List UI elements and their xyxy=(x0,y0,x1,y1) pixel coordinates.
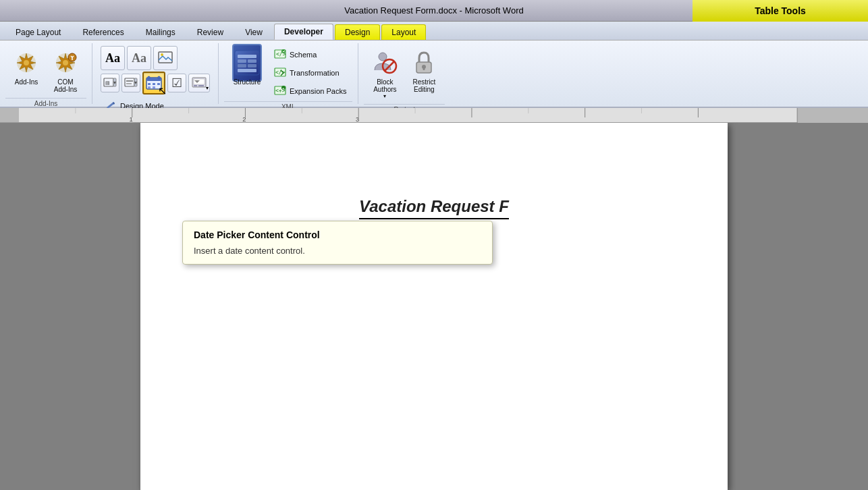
schema-label: Schema xyxy=(290,51,317,59)
svg-text:2: 2 xyxy=(242,116,246,123)
ruler: 1 2 3 xyxy=(0,108,868,123)
group-xml: Structure </> xyxy=(219,43,358,104)
window-title: Vacation Request Form.docx - Microsoft W… xyxy=(344,5,523,16)
ribbon-area: Page Layout References Mailings Review V… xyxy=(0,22,868,108)
tooltip-box: Date Picker Content Control Insert a dat… xyxy=(182,221,493,265)
tab-design[interactable]: Design xyxy=(335,24,380,40)
svg-point-55 xyxy=(379,53,387,61)
ruler-left-margin xyxy=(0,108,19,122)
svg-rect-21 xyxy=(153,83,155,85)
svg-rect-11 xyxy=(125,78,134,86)
combo-box-button[interactable]: ▤ ▾ xyxy=(101,74,119,92)
svg-rect-45 xyxy=(238,69,256,72)
svg-text:3: 3 xyxy=(356,116,359,123)
rich-text-button[interactable]: Aa xyxy=(101,46,125,70)
svg-rect-18 xyxy=(148,76,150,79)
add-ins-button[interactable]: Add-Ins xyxy=(8,46,45,89)
svg-text:▾: ▾ xyxy=(134,80,137,86)
group-add-ins: Add-Ins COMAdd-Ins xyxy=(0,43,92,104)
ruler-content: 1 2 3 xyxy=(19,108,868,122)
svg-rect-60 xyxy=(423,67,425,70)
svg-rect-23 xyxy=(148,86,151,88)
svg-rect-19 xyxy=(158,76,160,79)
tooltip-title: Date Picker Content Control xyxy=(194,229,481,240)
structure-icon xyxy=(234,49,261,76)
doc-title-area: Vacation Request F xyxy=(194,197,674,216)
com-add-ins-label: COMAdd-Ins xyxy=(54,78,77,93)
table-tools-badge: Table Tools xyxy=(693,0,868,22)
svg-rect-40 xyxy=(238,55,256,58)
date-picker-button[interactable]: ↖ xyxy=(142,72,165,94)
svg-rect-14 xyxy=(126,83,132,84)
document-page: Vacation Request F xyxy=(140,123,728,490)
svg-point-6 xyxy=(161,53,163,56)
svg-rect-42 xyxy=(248,59,256,63)
transformation-label: Transformation xyxy=(290,69,340,77)
title-bar: Vacation Request Form.docx - Microsoft W… xyxy=(0,0,868,22)
svg-text:▤: ▤ xyxy=(105,80,110,85)
add-ins-icon xyxy=(13,49,40,76)
svg-text:1: 1 xyxy=(130,116,133,123)
svg-text:+: + xyxy=(282,86,285,90)
svg-rect-43 xyxy=(238,64,246,67)
ribbon-tabs: Page Layout References Mailings Review V… xyxy=(0,22,868,40)
xml-small-buttons: </> Schema </> xyxy=(270,46,350,100)
block-authors-button[interactable]: BlockAuthors ▾ xyxy=(367,46,403,103)
document-area: Date Picker Content Control Insert a dat… xyxy=(0,123,868,490)
svg-rect-76 xyxy=(797,108,868,123)
restrict-editing-icon xyxy=(410,49,437,76)
protect-content: BlockAuthors ▾ xyxy=(364,45,445,104)
com-add-ins-button[interactable]: COMAdd-Ins xyxy=(47,46,84,97)
tab-mailings[interactable]: Mailings xyxy=(136,24,186,40)
svg-rect-24 xyxy=(153,86,155,88)
ribbon: Add-Ins COMAdd-Ins xyxy=(0,40,868,108)
plain-text-button[interactable]: Aa xyxy=(127,46,151,70)
transformation-icon: </> xyxy=(273,66,287,80)
restrict-editing-label: RestrictEditing xyxy=(412,78,435,93)
schema-button[interactable]: </> Schema xyxy=(270,46,350,63)
svg-rect-41 xyxy=(238,59,246,63)
expansion-packs-label: Expansion Packs xyxy=(290,87,346,95)
svg-rect-13 xyxy=(126,80,133,82)
block-authors-icon xyxy=(371,49,398,76)
svg-point-1 xyxy=(24,60,29,65)
picture-control-button[interactable] xyxy=(153,46,178,70)
tab-layout[interactable]: Layout xyxy=(381,24,426,40)
svg-rect-20 xyxy=(148,83,151,85)
legacy-tools-button[interactable] xyxy=(188,74,210,92)
tab-review[interactable]: Review xyxy=(187,24,234,40)
xml-content: Structure </> xyxy=(224,45,352,101)
svg-point-3 xyxy=(63,60,68,65)
svg-text:▾: ▾ xyxy=(113,80,116,86)
checkbox-button[interactable]: ☑ xyxy=(167,74,186,92)
dropdown-button[interactable]: ▾ xyxy=(121,74,140,92)
schema-icon: </> xyxy=(273,48,287,61)
svg-rect-28 xyxy=(198,85,204,86)
app-window: Vacation Request Form.docx - Microsoft W… xyxy=(0,0,868,490)
svg-rect-27 xyxy=(194,85,197,86)
tab-view[interactable]: View xyxy=(235,24,273,40)
tab-references[interactable]: References xyxy=(72,24,134,40)
tab-developer[interactable]: Developer xyxy=(274,24,333,40)
expansion-packs-button[interactable]: <+> + Expansion Packs xyxy=(270,82,350,100)
structure-label: Structure xyxy=(234,78,261,86)
restrict-editing-button[interactable]: RestrictEditing xyxy=(406,46,442,97)
add-ins-content: Add-Ins COMAdd-Ins xyxy=(5,45,86,98)
add-ins-label: Add-Ins xyxy=(15,78,38,86)
block-authors-label: BlockAuthors xyxy=(373,78,396,93)
group-controls: Aa Aa xyxy=(92,43,219,104)
tab-page-layout[interactable]: Page Layout xyxy=(5,24,71,40)
com-add-ins-icon xyxy=(52,49,79,76)
svg-point-48 xyxy=(281,49,286,53)
svg-rect-44 xyxy=(248,64,256,67)
structure-button[interactable]: Structure xyxy=(227,46,267,89)
doc-title: Vacation Request F xyxy=(359,197,509,219)
expansion-packs-icon: <+> + xyxy=(273,84,287,98)
add-ins-group-label: Add-Ins xyxy=(5,98,86,107)
transformation-button[interactable]: </> Transformation xyxy=(270,64,350,82)
ruler-svg: 1 2 3 xyxy=(19,108,868,123)
svg-rect-26 xyxy=(194,79,205,84)
group-protect: BlockAuthors ▾ xyxy=(358,43,450,104)
tooltip-description: Insert a date content control. xyxy=(194,246,481,256)
